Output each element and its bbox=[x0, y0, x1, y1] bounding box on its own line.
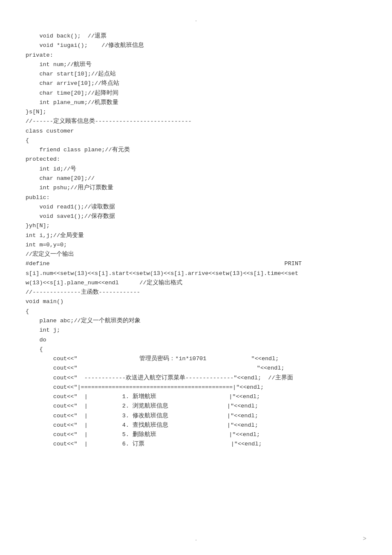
code-line-25: #define PRINT bbox=[26, 260, 302, 267]
code-line-44: cout<<" | 6. 订票 |"<<endl; bbox=[26, 441, 262, 447]
code-line-36: cout<<" "<<endl; bbox=[26, 365, 285, 371]
code-line-31: plane abc;//定义一个航班类的对象 bbox=[26, 318, 141, 324]
code-line-35: cout<<" 管理员密码：*in*i0701 "<<endl; bbox=[26, 356, 279, 362]
code-line-22: int i,j;//全局变量 bbox=[26, 232, 84, 239]
code-line-18: public: bbox=[26, 194, 50, 201]
dot-bottom: . bbox=[194, 536, 197, 542]
code-line-16: char name[20];// bbox=[26, 175, 95, 182]
code-line-40: cout<<" | 2. 浏览航班信息 |"<<endl; bbox=[26, 403, 258, 409]
code-line-23: int m=0,y=0; bbox=[26, 242, 67, 248]
code-line-9: }s[N]; bbox=[26, 109, 46, 115]
code-line-19: void read1();//读取数据 bbox=[26, 204, 115, 210]
code-line-21: }yh[N]; bbox=[26, 223, 50, 229]
code-line-12: { bbox=[26, 137, 29, 144]
code-line-43: cout<<" | 5. 删除航班 |"<<endl; bbox=[26, 431, 260, 438]
code-line-41: cout<<" | 3. 修改航班信息 |"<<endl; bbox=[26, 413, 258, 419]
code-line-8: int plane_num;//机票数量 bbox=[26, 99, 118, 106]
code-line-34: { bbox=[26, 346, 43, 353]
code-line-4: int num;//航班号 bbox=[26, 61, 92, 68]
code-line-17: int pshu;//用户订票数量 bbox=[26, 185, 113, 191]
code-line-2: void *iugai(); //修改航班信息 bbox=[26, 42, 144, 49]
code-line-10: //------定义顾客信息类-------------------------… bbox=[26, 118, 192, 124]
code-line-29: void main() bbox=[26, 298, 63, 305]
page-container: . void back(); //退票 void *iugai(); //修改航… bbox=[0, 0, 392, 555]
code-line-7: char time[20];//起降时间 bbox=[26, 90, 118, 96]
code-line-1: void back(); //退票 bbox=[26, 33, 107, 39]
code-line-20: void save1();//保存数据 bbox=[26, 213, 115, 220]
code-line-24: //宏定义一个输出 bbox=[26, 251, 74, 257]
code-line-32: int j; bbox=[26, 327, 60, 333]
code-line-11: class customer bbox=[26, 128, 74, 134]
code-line-26: s[i].num<<setw(13)<<s[i].start<<setw(13)… bbox=[26, 270, 298, 277]
code-line-42: cout<<" | 4. 查找航班信息 |"<<endl; bbox=[26, 422, 258, 428]
code-line-37: cout<<" ------------欢送进入航空订票菜单----------… bbox=[26, 375, 293, 381]
code-line-13: friend class plane;//有元类 bbox=[26, 147, 130, 153]
code-line-6: char arrive[10];//终点站 bbox=[26, 80, 119, 87]
code-line-14: protected: bbox=[26, 156, 60, 162]
code-line-30: { bbox=[26, 308, 29, 315]
dot-top: . bbox=[26, 17, 366, 23]
code-line-39: cout<<" | 1. 新增航班 |"<<endl; bbox=[26, 393, 260, 400]
code-line-33: do bbox=[26, 337, 46, 343]
code-line-28: //--------------主函数------------ bbox=[26, 289, 140, 295]
arrow-bottom: > bbox=[363, 535, 366, 542]
code-line-38: cout<<"|================================… bbox=[26, 384, 264, 390]
code-line-3: private: bbox=[26, 52, 53, 58]
code-line-27: w(13)<<s[i].plane_num<<endl //定义输出格式 bbox=[26, 280, 182, 286]
code-line-15: int id;//号 bbox=[26, 166, 76, 172]
code-line-5: char start[10];//起点站 bbox=[26, 71, 116, 77]
code-block: void back(); //退票 void *iugai(); //修改航班信… bbox=[26, 32, 366, 449]
